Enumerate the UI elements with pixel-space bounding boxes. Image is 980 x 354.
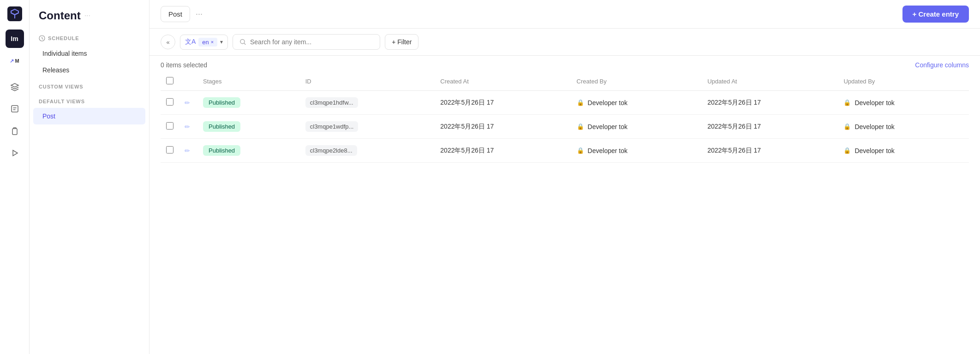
sidebar-title: Content ··· xyxy=(30,9,149,30)
collapse-icon: « xyxy=(166,39,169,46)
collapse-button[interactable]: « xyxy=(161,35,175,49)
main-content: Post ··· + Create entry « 文A en × ▾ + Fi… xyxy=(149,0,980,354)
row-checkbox-1[interactable] xyxy=(166,122,173,130)
row-created-at-1: 2022年5月26日 17 xyxy=(435,115,571,139)
sidebar-item-individual[interactable]: Individual items xyxy=(33,45,145,62)
search-icon xyxy=(239,38,246,46)
configure-columns-button[interactable]: Configure columns xyxy=(915,61,969,69)
language-selector[interactable]: 文A en × ▾ xyxy=(180,35,228,50)
sidebar-item-releases[interactable]: Releases xyxy=(33,62,145,78)
table-row: ✏ Published cl3mqpe1hdfw... 2022年5月26日 1… xyxy=(161,91,969,115)
created-by-lock-icon-0: 🔒 xyxy=(577,99,584,106)
row-checkbox-2[interactable] xyxy=(166,146,173,153)
search-input[interactable] xyxy=(250,38,373,46)
row-created-by-1: 🔒 Developer tok xyxy=(571,115,702,139)
filter-bar: « 文A en × ▾ + Filter xyxy=(149,29,980,56)
created-by-lock-icon-1: 🔒 xyxy=(577,123,584,130)
schedule-section-label: SCHEDULE xyxy=(30,30,149,45)
row-updated-by-2: 🔒 Developer tok xyxy=(838,139,969,163)
default-views-label: DEFAULT VIEWS xyxy=(30,93,149,108)
table-meta: 0 items selected Configure columns xyxy=(161,56,969,72)
select-all-checkbox[interactable] xyxy=(166,77,173,84)
sidebar: Content ··· SCHEDULE Individual items Re… xyxy=(30,0,149,354)
items-selected: 0 items selected xyxy=(161,61,207,69)
table-row: ✏ Published cl3mqpe2lde8... 2022年5月26日 1… xyxy=(161,139,969,163)
sidebar-title-dots: ··· xyxy=(84,12,90,20)
search-box xyxy=(233,34,380,50)
nav-icon-im[interactable]: Im xyxy=(6,30,24,48)
row-stage-1: Published xyxy=(203,121,240,132)
clock-icon xyxy=(39,35,45,41)
nav-icon-m[interactable]: ↗M xyxy=(6,52,24,70)
row-stage-2: Published xyxy=(203,145,240,156)
filter-button[interactable]: + Filter xyxy=(385,34,418,50)
table-row: ✏ Published cl3mqpe1wdfp... 2022年5月26日 1… xyxy=(161,115,969,139)
language-tag: en × xyxy=(198,38,217,47)
row-updated-at-0: 2022年5月26日 17 xyxy=(702,91,838,115)
post-button[interactable]: Post xyxy=(161,6,190,22)
svg-marker-2 xyxy=(13,150,18,156)
content-table: Stages ID Created At Created By Updated … xyxy=(161,72,969,163)
row-updated-by-0: 🔒 Developer tok xyxy=(838,91,969,115)
col-created-at: Created At xyxy=(435,72,571,91)
row-created-by-0: 🔒 Developer tok xyxy=(571,91,702,115)
row-created-at-0: 2022年5月26日 17 xyxy=(435,91,571,115)
row-checkbox-0[interactable] xyxy=(166,98,173,106)
updated-by-lock-icon-2: 🔒 xyxy=(843,147,851,154)
row-edit-icon-2[interactable]: ✏ xyxy=(185,147,190,154)
col-created-by: Created By xyxy=(571,72,702,91)
translate-icon: 文A xyxy=(185,38,196,46)
svg-rect-0 xyxy=(7,6,22,21)
nav-icon-edit[interactable] xyxy=(6,100,24,118)
topbar: Post ··· + Create entry xyxy=(149,0,980,29)
row-id-1: cl3mqpe1wdfp... xyxy=(305,121,359,132)
row-stage-0: Published xyxy=(203,97,240,108)
table-area: 0 items selected Configure columns Stage… xyxy=(149,56,980,354)
dropdown-icon: ▾ xyxy=(220,39,223,45)
lang-remove-button[interactable]: × xyxy=(211,39,214,45)
updated-by-lock-icon-1: 🔒 xyxy=(843,123,851,130)
col-stages: Stages xyxy=(197,72,300,91)
nav-icon-layers[interactable] xyxy=(6,77,24,96)
sidebar-item-post[interactable]: Post xyxy=(33,108,145,124)
nav-icon-clip[interactable] xyxy=(6,122,24,140)
col-updated-at: Updated At xyxy=(702,72,838,91)
row-id-2: cl3mqpe2lde8... xyxy=(305,145,357,156)
icon-rail: Im ↗M xyxy=(0,0,30,354)
row-id-0: cl3mqpe1hdfw... xyxy=(305,97,358,108)
row-created-at-2: 2022年5月26日 17 xyxy=(435,139,571,163)
col-updated-by: Updated By xyxy=(838,72,969,91)
row-updated-at-2: 2022年5月26日 17 xyxy=(702,139,838,163)
app-logo xyxy=(6,6,23,22)
svg-rect-1 xyxy=(12,106,18,112)
col-id: ID xyxy=(300,72,435,91)
custom-views-label: CUSTOM VIEWS xyxy=(30,78,149,93)
created-by-lock-icon-2: 🔒 xyxy=(577,147,584,154)
nav-icon-play[interactable] xyxy=(6,144,24,162)
row-updated-at-1: 2022年5月26日 17 xyxy=(702,115,838,139)
topbar-dots[interactable]: ··· xyxy=(196,9,203,19)
row-updated-by-1: 🔒 Developer tok xyxy=(838,115,969,139)
row-edit-icon-0[interactable]: ✏ xyxy=(185,99,190,106)
row-edit-icon-1[interactable]: ✏ xyxy=(185,123,190,130)
topbar-left: Post ··· xyxy=(161,6,203,22)
row-created-by-2: 🔒 Developer tok xyxy=(571,139,702,163)
create-entry-button[interactable]: + Create entry xyxy=(902,6,969,23)
updated-by-lock-icon-0: 🔒 xyxy=(843,99,851,106)
